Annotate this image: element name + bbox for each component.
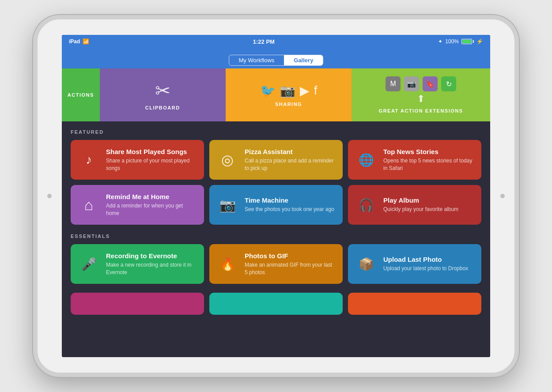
battery-pct: 100%	[445, 38, 459, 45]
card-bottom-1[interactable]	[71, 293, 204, 315]
bluetooth-icon: ✦	[438, 38, 442, 45]
camera-dot	[47, 194, 52, 198]
category-clipboard[interactable]: ✂ CLIPBOARD	[100, 68, 226, 121]
card-icon-news: 🌐	[355, 149, 377, 171]
category-clipboard-label: CLIPBOARD	[145, 105, 180, 110]
category-actions[interactable]: ACTIONS	[62, 68, 100, 121]
card-desc-news: Opens the top 5 news stories of today in…	[383, 157, 474, 172]
charging-icon: ⚡	[476, 38, 483, 45]
essentials-cards-grid: 🎤 Recording to Evernote Make a new recor…	[71, 244, 481, 284]
card-desc-remind: Add a reminder for when you get home	[106, 202, 197, 217]
category-actions-label: ACTIONS	[68, 92, 94, 98]
card-title-time-machine: Time Machine	[245, 196, 334, 204]
card-desc-recording: Make a new recording and store it in Eve…	[106, 261, 197, 276]
category-sharing[interactable]: 🐦 📷 ▶ f SHARING	[226, 68, 352, 121]
card-desc-photos-gif: Make an animated GIF from your last 5 ph…	[245, 261, 336, 276]
home-button[interactable]	[500, 194, 505, 198]
ext-icon-2: 📷	[404, 76, 419, 91]
card-desc-pizza: Call a pizza place and add a reminder to…	[245, 157, 336, 172]
action-ext-icons: M 📷 🔖 ↻ ⬆	[386, 76, 456, 105]
card-share-most-played[interactable]: ♪ Share Most Played Songs Share a pictur…	[71, 140, 204, 180]
category-sharing-label: SHARING	[275, 102, 302, 107]
instagram-icon: 📷	[280, 83, 295, 98]
share-icon: ⬆	[417, 93, 425, 105]
card-icon-pizza: ◎	[216, 149, 238, 171]
clipboard-icon: ✂	[155, 80, 170, 102]
twitter-icon: 🐦	[260, 83, 276, 98]
card-title-remind: Remind Me at Home	[106, 193, 197, 200]
youtube-icon: ▶	[300, 83, 310, 98]
card-desc-time-machine: See the photos you took one year ago	[245, 206, 334, 213]
card-title-recording: Recording to Evernote	[106, 252, 197, 260]
status-right: ✦ 100% ⚡	[438, 38, 483, 45]
ipad-frame: iPad 📶 1:22 PM ✦ 100% ⚡ My Workflows	[33, 15, 519, 377]
social-icons-row: 🐦 📷 ▶ f	[260, 83, 318, 98]
category-extensions-label: GREAT ACTION EXTENSIONS	[379, 108, 463, 113]
card-icon-share-most-played: ♪	[78, 149, 100, 171]
device-name: iPad	[69, 38, 80, 45]
card-remind-home[interactable]: ⌂ Remind Me at Home Add a reminder for w…	[71, 185, 204, 225]
ipad-screen: iPad 📶 1:22 PM ✦ 100% ⚡ My Workflows	[62, 35, 490, 357]
card-icon-headphones: 🎧	[355, 194, 377, 216]
card-pizza-assistant[interactable]: ◎ Pizza Assistant Call a pizza place and…	[209, 140, 343, 180]
card-icon-fire: 🔥	[216, 253, 238, 275]
battery-icon	[461, 39, 474, 44]
featured-cards-grid: ♪ Share Most Played Songs Share a pictur…	[71, 140, 481, 225]
card-top-news[interactable]: 🌐 Top News Stories Opens the top 5 news …	[348, 140, 481, 180]
tab-gallery[interactable]: Gallery	[284, 55, 323, 65]
card-upload-last-photo[interactable]: 📦 Upload Last Photo Upload your latest p…	[348, 244, 481, 284]
card-time-machine[interactable]: 📷 Time Machine See the photos you took o…	[209, 185, 343, 225]
card-icon-mic: 🎤	[78, 253, 100, 275]
tab-my-workflows[interactable]: My Workflows	[229, 55, 284, 65]
ext-icon-1: M	[386, 76, 401, 91]
card-icon-camera: 📷	[216, 194, 238, 216]
card-recording-evernote[interactable]: 🎤 Recording to Evernote Make a new recor…	[71, 244, 204, 284]
card-bottom-3[interactable]	[348, 293, 481, 315]
card-icon-home: ⌂	[78, 194, 100, 216]
ext-icon-4: ↻	[441, 76, 456, 91]
facebook-icon: f	[314, 83, 318, 98]
card-bottom-2[interactable]	[209, 293, 343, 315]
ext-icon-3: 🔖	[423, 76, 438, 91]
segmented-control[interactable]: My Workflows Gallery	[229, 55, 324, 66]
featured-section-title: FEATURED	[71, 129, 481, 135]
status-bar: iPad 📶 1:22 PM ✦ 100% ⚡	[62, 35, 490, 48]
nav-bar: My Workflows Gallery	[62, 48, 490, 68]
card-desc-play-album: Quickly play your favorite album	[383, 206, 458, 213]
more-cards-grid	[71, 293, 481, 315]
card-title-news: Top News Stories	[383, 148, 474, 155]
category-banner: ACTIONS ✂ CLIPBOARD 🐦 📷 ▶ f SHARING	[62, 68, 490, 121]
card-desc-upload: Upload your latest photo to Dropbox	[383, 265, 468, 272]
card-title-upload: Upload Last Photo	[383, 256, 468, 263]
wifi-icon: 📶	[83, 38, 89, 45]
card-title-share-most-played: Share Most Played Songs	[106, 148, 197, 155]
card-title-play-album: Play Album	[383, 196, 458, 204]
status-left: iPad 📶	[69, 38, 89, 45]
card-photos-gif[interactable]: 🔥 Photos to GIF Make an animated GIF fro…	[209, 244, 343, 284]
card-play-album[interactable]: 🎧 Play Album Quickly play your favorite …	[348, 185, 481, 225]
essentials-section-title: ESSENTIALS	[71, 234, 481, 239]
card-title-photos-gif: Photos to GIF	[245, 252, 336, 260]
card-desc-share-most-played: Share a picture of your most played song…	[106, 157, 197, 172]
card-title-pizza: Pizza Assistant	[245, 148, 336, 155]
status-time: 1:22 PM	[253, 38, 275, 45]
main-content: FEATURED ♪ Share Most Played Songs Share…	[62, 121, 490, 357]
card-icon-dropbox: 📦	[355, 253, 377, 275]
category-extensions[interactable]: M 📷 🔖 ↻ ⬆ GREAT ACTION EXTENSIONS	[352, 68, 490, 121]
